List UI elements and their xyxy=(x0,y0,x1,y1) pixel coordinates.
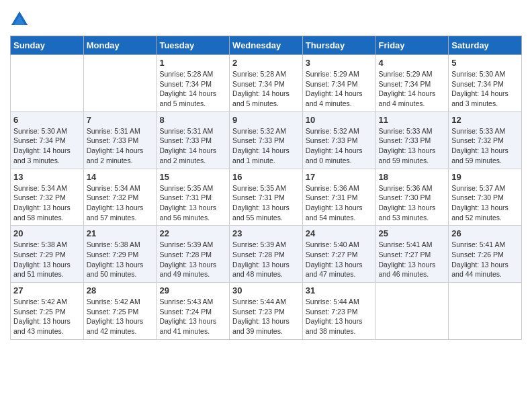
cell-info-text: Sunrise: 5:34 AM Sunset: 7:32 PM Dayligh… xyxy=(87,183,154,223)
calendar-cell xyxy=(449,283,522,340)
cell-day-number: 29 xyxy=(159,285,226,295)
weekday-header: Tuesday xyxy=(157,36,230,55)
cell-day-number: 17 xyxy=(306,172,373,182)
calendar-cell: 10Sunrise: 5:32 AM Sunset: 7:33 PM Dayli… xyxy=(302,111,375,169)
cell-day-number: 14 xyxy=(87,172,154,182)
page-header xyxy=(10,10,522,29)
cell-day-number: 20 xyxy=(13,228,81,238)
calendar-week-row: 20Sunrise: 5:38 AM Sunset: 7:29 PM Dayli… xyxy=(11,226,522,283)
calendar-week-row: 27Sunrise: 5:42 AM Sunset: 7:25 PM Dayli… xyxy=(11,283,522,340)
cell-info-text: Sunrise: 5:41 AM Sunset: 7:26 PM Dayligh… xyxy=(451,240,519,279)
calendar-cell: 17Sunrise: 5:36 AM Sunset: 7:31 PM Dayli… xyxy=(302,169,375,226)
cell-info-text: Sunrise: 5:42 AM Sunset: 7:25 PM Dayligh… xyxy=(13,297,81,336)
cell-info-text: Sunrise: 5:33 AM Sunset: 7:33 PM Dayligh… xyxy=(379,126,446,166)
weekday-header: Sunday xyxy=(11,36,84,55)
weekday-header: Thursday xyxy=(302,36,375,55)
cell-day-number: 21 xyxy=(87,228,154,238)
calendar-cell: 13Sunrise: 5:34 AM Sunset: 7:32 PM Dayli… xyxy=(11,169,84,226)
cell-day-number: 15 xyxy=(159,172,226,182)
cell-day-number: 8 xyxy=(159,115,226,125)
calendar-cell: 16Sunrise: 5:35 AM Sunset: 7:31 PM Dayli… xyxy=(230,169,303,226)
calendar-cell: 9Sunrise: 5:32 AM Sunset: 7:33 PM Daylig… xyxy=(230,111,303,169)
cell-info-text: Sunrise: 5:38 AM Sunset: 7:29 PM Dayligh… xyxy=(87,240,154,279)
calendar-cell: 7Sunrise: 5:31 AM Sunset: 7:33 PM Daylig… xyxy=(83,111,157,169)
cell-info-text: Sunrise: 5:35 AM Sunset: 7:31 PM Dayligh… xyxy=(159,183,226,223)
calendar-table: SundayMondayTuesdayWednesdayThursdayFrid… xyxy=(10,36,522,340)
calendar-cell xyxy=(375,283,449,340)
cell-day-number: 26 xyxy=(451,228,519,238)
calendar-cell: 19Sunrise: 5:37 AM Sunset: 7:30 PM Dayli… xyxy=(449,169,522,226)
calendar-cell: 25Sunrise: 5:41 AM Sunset: 7:27 PM Dayli… xyxy=(375,226,449,283)
weekday-header-row: SundayMondayTuesdayWednesdayThursdayFrid… xyxy=(11,36,522,55)
cell-info-text: Sunrise: 5:34 AM Sunset: 7:32 PM Dayligh… xyxy=(13,183,81,223)
calendar-cell xyxy=(83,55,157,112)
cell-day-number: 28 xyxy=(87,285,154,295)
calendar-cell: 4Sunrise: 5:29 AM Sunset: 7:34 PM Daylig… xyxy=(375,55,449,112)
calendar-cell xyxy=(11,55,84,112)
cell-info-text: Sunrise: 5:35 AM Sunset: 7:31 PM Dayligh… xyxy=(232,183,300,223)
calendar-cell: 5Sunrise: 5:30 AM Sunset: 7:34 PM Daylig… xyxy=(449,55,522,112)
calendar-cell: 1Sunrise: 5:28 AM Sunset: 7:34 PM Daylig… xyxy=(157,55,230,112)
cell-info-text: Sunrise: 5:36 AM Sunset: 7:30 PM Dayligh… xyxy=(379,183,446,223)
calendar-cell: 3Sunrise: 5:29 AM Sunset: 7:34 PM Daylig… xyxy=(302,55,375,112)
cell-day-number: 24 xyxy=(306,228,373,238)
cell-info-text: Sunrise: 5:39 AM Sunset: 7:28 PM Dayligh… xyxy=(232,240,300,279)
cell-info-text: Sunrise: 5:28 AM Sunset: 7:34 PM Dayligh… xyxy=(232,69,300,109)
cell-day-number: 3 xyxy=(306,58,373,68)
calendar-cell: 12Sunrise: 5:33 AM Sunset: 7:32 PM Dayli… xyxy=(449,111,522,169)
cell-day-number: 16 xyxy=(232,172,300,182)
cell-day-number: 7 xyxy=(87,115,154,125)
cell-day-number: 1 xyxy=(159,58,226,68)
cell-info-text: Sunrise: 5:42 AM Sunset: 7:25 PM Dayligh… xyxy=(87,297,154,336)
cell-info-text: Sunrise: 5:32 AM Sunset: 7:33 PM Dayligh… xyxy=(306,126,373,166)
weekday-header: Friday xyxy=(375,36,449,55)
weekday-header: Saturday xyxy=(449,36,522,55)
cell-info-text: Sunrise: 5:39 AM Sunset: 7:28 PM Dayligh… xyxy=(159,240,226,279)
calendar-cell: 18Sunrise: 5:36 AM Sunset: 7:30 PM Dayli… xyxy=(375,169,449,226)
cell-info-text: Sunrise: 5:44 AM Sunset: 7:23 PM Dayligh… xyxy=(306,297,373,336)
cell-day-number: 5 xyxy=(451,58,519,68)
cell-day-number: 2 xyxy=(232,58,300,68)
logo-icon xyxy=(10,10,29,29)
cell-day-number: 13 xyxy=(13,172,81,182)
calendar-cell: 29Sunrise: 5:43 AM Sunset: 7:24 PM Dayli… xyxy=(157,283,230,340)
calendar-cell: 30Sunrise: 5:44 AM Sunset: 7:23 PM Dayli… xyxy=(230,283,303,340)
calendar-cell: 28Sunrise: 5:42 AM Sunset: 7:25 PM Dayli… xyxy=(83,283,157,340)
calendar-cell: 20Sunrise: 5:38 AM Sunset: 7:29 PM Dayli… xyxy=(11,226,84,283)
cell-info-text: Sunrise: 5:36 AM Sunset: 7:31 PM Dayligh… xyxy=(306,183,373,223)
cell-info-text: Sunrise: 5:32 AM Sunset: 7:33 PM Dayligh… xyxy=(232,126,300,166)
cell-info-text: Sunrise: 5:37 AM Sunset: 7:30 PM Dayligh… xyxy=(451,183,519,223)
cell-day-number: 30 xyxy=(232,285,300,295)
cell-info-text: Sunrise: 5:44 AM Sunset: 7:23 PM Dayligh… xyxy=(232,297,300,336)
cell-day-number: 6 xyxy=(13,115,81,125)
cell-day-number: 11 xyxy=(379,115,446,125)
logo xyxy=(10,10,32,29)
cell-info-text: Sunrise: 5:43 AM Sunset: 7:24 PM Dayligh… xyxy=(159,297,226,336)
cell-day-number: 22 xyxy=(159,228,226,238)
cell-info-text: Sunrise: 5:40 AM Sunset: 7:27 PM Dayligh… xyxy=(306,240,373,279)
cell-info-text: Sunrise: 5:28 AM Sunset: 7:34 PM Dayligh… xyxy=(159,69,226,109)
calendar-cell: 26Sunrise: 5:41 AM Sunset: 7:26 PM Dayli… xyxy=(449,226,522,283)
cell-day-number: 23 xyxy=(232,228,300,238)
calendar-week-row: 1Sunrise: 5:28 AM Sunset: 7:34 PM Daylig… xyxy=(11,55,522,112)
calendar-cell: 21Sunrise: 5:38 AM Sunset: 7:29 PM Dayli… xyxy=(83,226,157,283)
cell-info-text: Sunrise: 5:29 AM Sunset: 7:34 PM Dayligh… xyxy=(306,69,373,109)
cell-day-number: 9 xyxy=(232,115,300,125)
calendar-week-row: 6Sunrise: 5:30 AM Sunset: 7:34 PM Daylig… xyxy=(11,111,522,169)
calendar-cell: 24Sunrise: 5:40 AM Sunset: 7:27 PM Dayli… xyxy=(302,226,375,283)
cell-day-number: 10 xyxy=(306,115,373,125)
calendar-cell: 22Sunrise: 5:39 AM Sunset: 7:28 PM Dayli… xyxy=(157,226,230,283)
calendar-cell: 23Sunrise: 5:39 AM Sunset: 7:28 PM Dayli… xyxy=(230,226,303,283)
calendar-cell: 15Sunrise: 5:35 AM Sunset: 7:31 PM Dayli… xyxy=(157,169,230,226)
weekday-header: Wednesday xyxy=(230,36,303,55)
cell-info-text: Sunrise: 5:30 AM Sunset: 7:34 PM Dayligh… xyxy=(451,69,519,109)
cell-day-number: 31 xyxy=(306,285,373,295)
calendar-cell: 27Sunrise: 5:42 AM Sunset: 7:25 PM Dayli… xyxy=(11,283,84,340)
calendar-cell: 2Sunrise: 5:28 AM Sunset: 7:34 PM Daylig… xyxy=(230,55,303,112)
calendar-cell: 14Sunrise: 5:34 AM Sunset: 7:32 PM Dayli… xyxy=(83,169,157,226)
cell-day-number: 18 xyxy=(379,172,446,182)
cell-info-text: Sunrise: 5:29 AM Sunset: 7:34 PM Dayligh… xyxy=(379,69,446,109)
calendar-cell: 31Sunrise: 5:44 AM Sunset: 7:23 PM Dayli… xyxy=(302,283,375,340)
calendar-week-row: 13Sunrise: 5:34 AM Sunset: 7:32 PM Dayli… xyxy=(11,169,522,226)
cell-day-number: 4 xyxy=(379,58,446,68)
